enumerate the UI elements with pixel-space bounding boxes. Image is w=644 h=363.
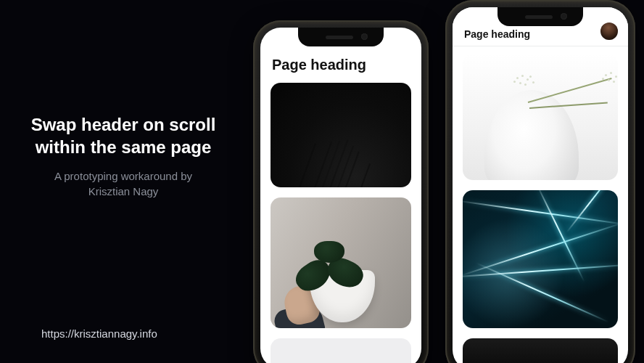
page-heading-large: Page heading: [272, 57, 366, 73]
page-heading-compact: Page heading: [464, 28, 530, 40]
content-card[interactable]: [271, 338, 411, 363]
content-card[interactable]: [271, 83, 411, 187]
phone-screen[interactable]: Page heading: [453, 7, 628, 363]
avatar[interactable]: [600, 23, 618, 40]
phone-screen[interactable]: Page heading: [260, 28, 421, 363]
phone-mockup-large-header: Page heading: [253, 20, 429, 363]
content-card[interactable]: [271, 197, 411, 328]
content-card[interactable]: [463, 190, 618, 328]
headline: Swap header on scroll within the same pa…: [15, 113, 232, 158]
content-card[interactable]: [463, 338, 618, 363]
phone-notch: [498, 7, 583, 26]
subtitle: A prototyping workaround by Krisztian Na…: [15, 168, 232, 199]
content-card[interactable]: [463, 54, 618, 180]
author-url[interactable]: https://krisztiannagy.info: [41, 327, 157, 340]
phone-notch: [298, 28, 384, 46]
phone-mockup-compact-header: Page heading: [445, 0, 635, 363]
